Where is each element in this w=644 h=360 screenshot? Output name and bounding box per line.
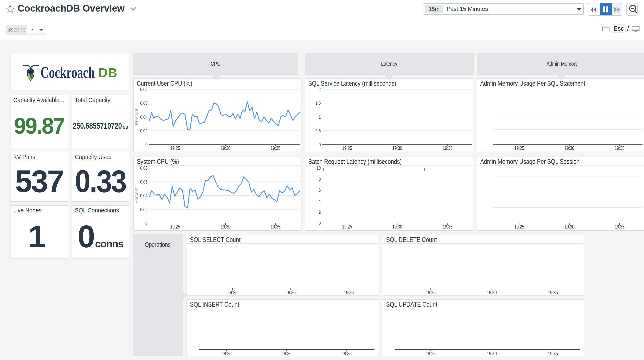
svg-text:0.08: 0.08 bbox=[140, 165, 148, 170]
svg-text:1.5: 1.5 bbox=[316, 101, 321, 106]
svg-text:19:25: 19:25 bbox=[170, 224, 180, 229]
svg-text:0.06: 0.06 bbox=[140, 179, 148, 184]
svg-text:19:25: 19:25 bbox=[342, 145, 352, 151]
svg-text:19:30: 19:30 bbox=[392, 145, 402, 151]
svg-text:8: 8 bbox=[318, 176, 321, 182]
svg-text:19:25: 19:25 bbox=[228, 290, 238, 295]
svg-text:19:30: 19:30 bbox=[392, 224, 402, 229]
svg-text:19:35: 19:35 bbox=[548, 351, 558, 356]
svg-text:0: 0 bbox=[318, 142, 321, 147]
svg-text:2: 2 bbox=[318, 87, 321, 92]
svg-text:19:30: 19:30 bbox=[220, 145, 230, 151]
svg-text:0: 0 bbox=[145, 142, 148, 147]
svg-text:19:30: 19:30 bbox=[487, 351, 497, 356]
svg-text:0.02: 0.02 bbox=[140, 128, 148, 133]
svg-text:19:30: 19:30 bbox=[220, 224, 230, 229]
svg-text:19:30: 19:30 bbox=[487, 290, 497, 295]
svg-text:0.02: 0.02 bbox=[140, 207, 148, 212]
svg-text:0.04: 0.04 bbox=[140, 114, 148, 119]
svg-text:0.06: 0.06 bbox=[140, 101, 148, 106]
svg-text:Percent: Percent bbox=[134, 187, 139, 204]
svg-text:19:35: 19:35 bbox=[548, 290, 558, 295]
svg-text:19:30: 19:30 bbox=[282, 351, 292, 356]
svg-text:19:35: 19:35 bbox=[270, 145, 280, 151]
svg-text:6: 6 bbox=[318, 187, 321, 193]
svg-text:0: 0 bbox=[145, 221, 148, 226]
svg-text:19:35: 19:35 bbox=[342, 351, 352, 356]
svg-text:19:30: 19:30 bbox=[564, 224, 574, 229]
svg-text:19:35: 19:35 bbox=[443, 224, 452, 229]
svg-text:19:35: 19:35 bbox=[615, 145, 624, 151]
svg-text:19:35: 19:35 bbox=[270, 224, 280, 229]
svg-text:19:35: 19:35 bbox=[344, 290, 354, 295]
svg-text:19:25: 19:25 bbox=[222, 351, 232, 356]
svg-text:10: 10 bbox=[316, 165, 321, 170]
svg-text:DB: DB bbox=[98, 65, 118, 80]
svg-text:19:25: 19:25 bbox=[342, 224, 352, 229]
svg-text:19:25: 19:25 bbox=[426, 290, 436, 295]
svg-text:4: 4 bbox=[318, 199, 321, 204]
svg-text:0.5: 0.5 bbox=[316, 128, 321, 133]
svg-text:19:30: 19:30 bbox=[564, 145, 574, 151]
svg-text:19:35: 19:35 bbox=[443, 145, 452, 151]
svg-text:0: 0 bbox=[318, 221, 321, 226]
svg-text:19:25: 19:25 bbox=[426, 351, 436, 356]
svg-text:19:25: 19:25 bbox=[514, 224, 524, 229]
svg-text:19:30: 19:30 bbox=[286, 290, 296, 295]
svg-text:2: 2 bbox=[318, 210, 321, 215]
svg-text:0.04: 0.04 bbox=[140, 193, 148, 198]
svg-text:0.08: 0.08 bbox=[140, 87, 148, 92]
svg-text:19:35: 19:35 bbox=[615, 224, 624, 229]
svg-text:Cockroach: Cockroach bbox=[40, 64, 95, 81]
svg-text:19:25: 19:25 bbox=[170, 145, 180, 151]
svg-text:1: 1 bbox=[318, 114, 321, 119]
svg-text:19:25: 19:25 bbox=[514, 145, 524, 151]
svg-text:Percent: Percent bbox=[134, 109, 139, 125]
